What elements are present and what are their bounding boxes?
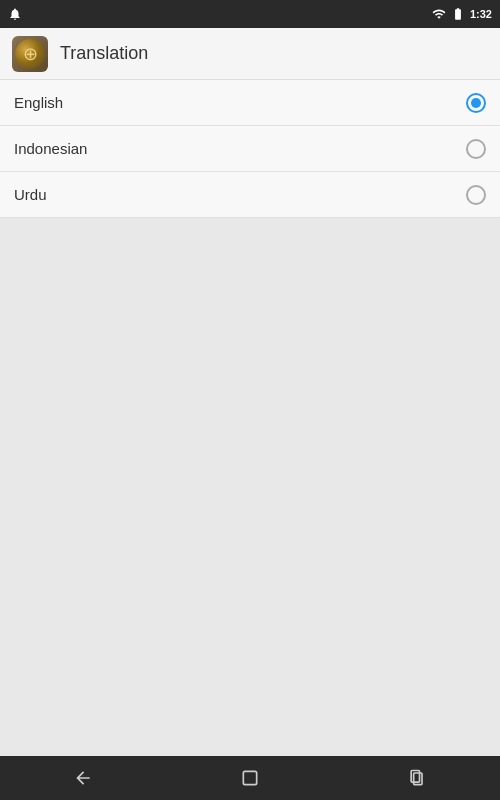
language-item-english[interactable]: English xyxy=(0,80,500,126)
wifi-icon xyxy=(432,7,446,21)
recents-icon xyxy=(407,768,427,788)
battery-icon xyxy=(450,7,466,21)
notification-icon xyxy=(8,7,22,21)
compass-icon: ⊕ xyxy=(23,43,38,65)
language-item-indonesian[interactable]: Indonesian xyxy=(0,126,500,172)
status-bar: 1:32 xyxy=(0,0,500,28)
home-icon xyxy=(240,768,260,788)
status-bar-right: 1:32 xyxy=(432,7,492,21)
nav-bar xyxy=(0,756,500,800)
svg-rect-0 xyxy=(243,771,256,784)
back-icon xyxy=(73,768,93,788)
language-label-english: English xyxy=(14,94,63,111)
language-list: English Indonesian Urdu xyxy=(0,80,500,218)
status-time: 1:32 xyxy=(470,8,492,20)
radio-button-urdu[interactable] xyxy=(466,185,486,205)
back-button[interactable] xyxy=(53,756,113,800)
language-item-urdu[interactable]: Urdu xyxy=(0,172,500,218)
recents-button[interactable] xyxy=(387,756,447,800)
radio-button-english[interactable] xyxy=(466,93,486,113)
home-button[interactable] xyxy=(220,756,280,800)
language-label-urdu: Urdu xyxy=(14,186,47,203)
app-icon: ⊕ xyxy=(12,36,48,72)
language-label-indonesian: Indonesian xyxy=(14,140,87,157)
radio-button-indonesian[interactable] xyxy=(466,139,486,159)
app-bar: ⊕ Translation xyxy=(0,28,500,80)
app-icon-inner: ⊕ xyxy=(15,39,45,69)
status-bar-left xyxy=(8,7,22,21)
app-title: Translation xyxy=(60,43,148,64)
